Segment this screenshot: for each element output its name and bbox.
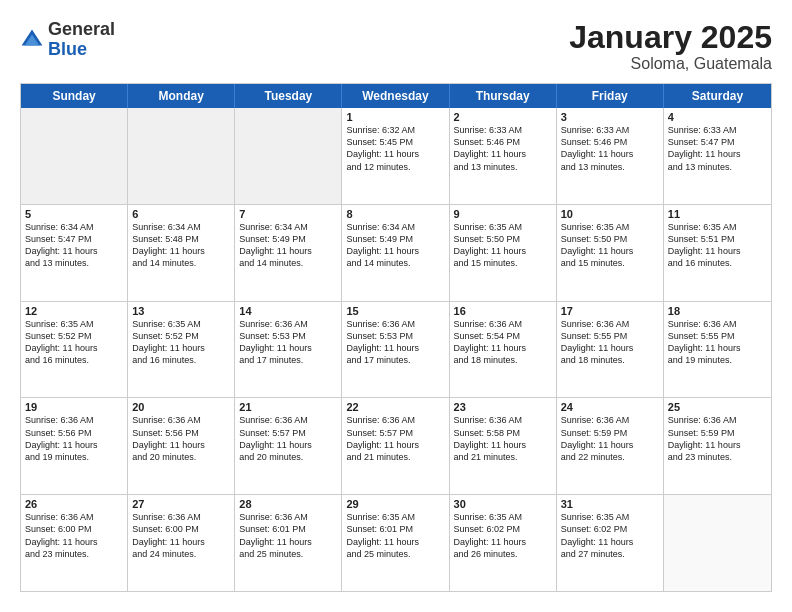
cal-cell-1-2: 7Sunrise: 6:34 AM Sunset: 5:49 PM Daylig… <box>235 205 342 301</box>
cal-row-4: 26Sunrise: 6:36 AM Sunset: 6:00 PM Dayli… <box>21 495 771 591</box>
cal-cell-2-3: 15Sunrise: 6:36 AM Sunset: 5:53 PM Dayli… <box>342 302 449 398</box>
cal-cell-0-3: 1Sunrise: 6:32 AM Sunset: 5:45 PM Daylig… <box>342 108 449 204</box>
cal-cell-3-2: 21Sunrise: 6:36 AM Sunset: 5:57 PM Dayli… <box>235 398 342 494</box>
cell-text: Sunrise: 6:36 AM Sunset: 5:58 PM Dayligh… <box>454 414 552 463</box>
cal-cell-1-3: 8Sunrise: 6:34 AM Sunset: 5:49 PM Daylig… <box>342 205 449 301</box>
cal-cell-4-5: 31Sunrise: 6:35 AM Sunset: 6:02 PM Dayli… <box>557 495 664 591</box>
day-number: 3 <box>561 111 659 123</box>
day-number: 19 <box>25 401 123 413</box>
day-number: 7 <box>239 208 337 220</box>
cell-text: Sunrise: 6:36 AM Sunset: 5:59 PM Dayligh… <box>668 414 767 463</box>
logo: General Blue <box>20 20 115 60</box>
cell-text: Sunrise: 6:34 AM Sunset: 5:47 PM Dayligh… <box>25 221 123 270</box>
cal-cell-4-4: 30Sunrise: 6:35 AM Sunset: 6:02 PM Dayli… <box>450 495 557 591</box>
cal-cell-3-3: 22Sunrise: 6:36 AM Sunset: 5:57 PM Dayli… <box>342 398 449 494</box>
cell-text: Sunrise: 6:36 AM Sunset: 5:57 PM Dayligh… <box>239 414 337 463</box>
cell-text: Sunrise: 6:32 AM Sunset: 5:45 PM Dayligh… <box>346 124 444 173</box>
cell-text: Sunrise: 6:36 AM Sunset: 6:01 PM Dayligh… <box>239 511 337 560</box>
day-number: 15 <box>346 305 444 317</box>
cal-cell-4-3: 29Sunrise: 6:35 AM Sunset: 6:01 PM Dayli… <box>342 495 449 591</box>
day-number: 16 <box>454 305 552 317</box>
day-number: 30 <box>454 498 552 510</box>
cal-cell-0-6: 4Sunrise: 6:33 AM Sunset: 5:47 PM Daylig… <box>664 108 771 204</box>
day-number: 2 <box>454 111 552 123</box>
cell-text: Sunrise: 6:36 AM Sunset: 5:56 PM Dayligh… <box>25 414 123 463</box>
day-number: 14 <box>239 305 337 317</box>
cell-text: Sunrise: 6:36 AM Sunset: 5:54 PM Dayligh… <box>454 318 552 367</box>
cal-cell-4-2: 28Sunrise: 6:36 AM Sunset: 6:01 PM Dayli… <box>235 495 342 591</box>
cell-text: Sunrise: 6:34 AM Sunset: 5:49 PM Dayligh… <box>346 221 444 270</box>
cell-text: Sunrise: 6:35 AM Sunset: 5:51 PM Dayligh… <box>668 221 767 270</box>
logo-text: General Blue <box>48 20 115 60</box>
cell-text: Sunrise: 6:35 AM Sunset: 5:52 PM Dayligh… <box>25 318 123 367</box>
cal-cell-0-1 <box>128 108 235 204</box>
day-number: 18 <box>668 305 767 317</box>
cell-text: Sunrise: 6:36 AM Sunset: 6:00 PM Dayligh… <box>25 511 123 560</box>
day-number: 12 <box>25 305 123 317</box>
cal-row-1: 5Sunrise: 6:34 AM Sunset: 5:47 PM Daylig… <box>21 205 771 302</box>
day-number: 4 <box>668 111 767 123</box>
header-saturday: Saturday <box>664 84 771 108</box>
cal-cell-3-6: 25Sunrise: 6:36 AM Sunset: 5:59 PM Dayli… <box>664 398 771 494</box>
cal-cell-2-2: 14Sunrise: 6:36 AM Sunset: 5:53 PM Dayli… <box>235 302 342 398</box>
cal-cell-0-0 <box>21 108 128 204</box>
cal-cell-0-4: 2Sunrise: 6:33 AM Sunset: 5:46 PM Daylig… <box>450 108 557 204</box>
page: General Blue January 2025 Soloma, Guatem… <box>0 0 792 612</box>
cell-text: Sunrise: 6:33 AM Sunset: 5:46 PM Dayligh… <box>561 124 659 173</box>
cell-text: Sunrise: 6:33 AM Sunset: 5:46 PM Dayligh… <box>454 124 552 173</box>
cell-text: Sunrise: 6:36 AM Sunset: 5:59 PM Dayligh… <box>561 414 659 463</box>
cal-row-2: 12Sunrise: 6:35 AM Sunset: 5:52 PM Dayli… <box>21 302 771 399</box>
cal-cell-2-0: 12Sunrise: 6:35 AM Sunset: 5:52 PM Dayli… <box>21 302 128 398</box>
day-number: 5 <box>25 208 123 220</box>
cal-cell-1-1: 6Sunrise: 6:34 AM Sunset: 5:48 PM Daylig… <box>128 205 235 301</box>
cell-text: Sunrise: 6:36 AM Sunset: 5:55 PM Dayligh… <box>668 318 767 367</box>
header-tuesday: Tuesday <box>235 84 342 108</box>
cell-text: Sunrise: 6:36 AM Sunset: 6:00 PM Dayligh… <box>132 511 230 560</box>
cal-cell-3-0: 19Sunrise: 6:36 AM Sunset: 5:56 PM Dayli… <box>21 398 128 494</box>
header-friday: Friday <box>557 84 664 108</box>
cal-row-3: 19Sunrise: 6:36 AM Sunset: 5:56 PM Dayli… <box>21 398 771 495</box>
cell-text: Sunrise: 6:35 AM Sunset: 5:50 PM Dayligh… <box>561 221 659 270</box>
cal-cell-2-1: 13Sunrise: 6:35 AM Sunset: 5:52 PM Dayli… <box>128 302 235 398</box>
cell-text: Sunrise: 6:33 AM Sunset: 5:47 PM Dayligh… <box>668 124 767 173</box>
logo-icon <box>20 28 44 52</box>
cal-cell-2-6: 18Sunrise: 6:36 AM Sunset: 5:55 PM Dayli… <box>664 302 771 398</box>
day-number: 13 <box>132 305 230 317</box>
cell-text: Sunrise: 6:35 AM Sunset: 6:02 PM Dayligh… <box>561 511 659 560</box>
day-number: 11 <box>668 208 767 220</box>
cell-text: Sunrise: 6:34 AM Sunset: 5:48 PM Dayligh… <box>132 221 230 270</box>
cell-text: Sunrise: 6:36 AM Sunset: 5:56 PM Dayligh… <box>132 414 230 463</box>
header-monday: Monday <box>128 84 235 108</box>
header: General Blue January 2025 Soloma, Guatem… <box>20 20 772 73</box>
cal-cell-4-1: 27Sunrise: 6:36 AM Sunset: 6:00 PM Dayli… <box>128 495 235 591</box>
day-number: 8 <box>346 208 444 220</box>
header-thursday: Thursday <box>450 84 557 108</box>
cell-text: Sunrise: 6:35 AM Sunset: 5:52 PM Dayligh… <box>132 318 230 367</box>
cal-cell-1-6: 11Sunrise: 6:35 AM Sunset: 5:51 PM Dayli… <box>664 205 771 301</box>
day-number: 25 <box>668 401 767 413</box>
cell-text: Sunrise: 6:34 AM Sunset: 5:49 PM Dayligh… <box>239 221 337 270</box>
day-number: 6 <box>132 208 230 220</box>
calendar-body: 1Sunrise: 6:32 AM Sunset: 5:45 PM Daylig… <box>21 108 771 591</box>
cal-cell-4-0: 26Sunrise: 6:36 AM Sunset: 6:00 PM Dayli… <box>21 495 128 591</box>
cal-cell-3-5: 24Sunrise: 6:36 AM Sunset: 5:59 PM Dayli… <box>557 398 664 494</box>
cal-cell-3-1: 20Sunrise: 6:36 AM Sunset: 5:56 PM Dayli… <box>128 398 235 494</box>
cal-cell-2-5: 17Sunrise: 6:36 AM Sunset: 5:55 PM Dayli… <box>557 302 664 398</box>
cal-cell-1-5: 10Sunrise: 6:35 AM Sunset: 5:50 PM Dayli… <box>557 205 664 301</box>
cell-text: Sunrise: 6:35 AM Sunset: 6:02 PM Dayligh… <box>454 511 552 560</box>
day-number: 22 <box>346 401 444 413</box>
day-number: 24 <box>561 401 659 413</box>
cell-text: Sunrise: 6:35 AM Sunset: 5:50 PM Dayligh… <box>454 221 552 270</box>
calendar-header: Sunday Monday Tuesday Wednesday Thursday… <box>21 84 771 108</box>
day-number: 20 <box>132 401 230 413</box>
day-number: 9 <box>454 208 552 220</box>
day-number: 21 <box>239 401 337 413</box>
day-number: 29 <box>346 498 444 510</box>
cal-row-0: 1Sunrise: 6:32 AM Sunset: 5:45 PM Daylig… <box>21 108 771 205</box>
cell-text: Sunrise: 6:36 AM Sunset: 5:57 PM Dayligh… <box>346 414 444 463</box>
cal-cell-2-4: 16Sunrise: 6:36 AM Sunset: 5:54 PM Dayli… <box>450 302 557 398</box>
cal-cell-4-6 <box>664 495 771 591</box>
title-block: January 2025 Soloma, Guatemala <box>569 20 772 73</box>
cal-cell-0-2 <box>235 108 342 204</box>
cell-text: Sunrise: 6:36 AM Sunset: 5:53 PM Dayligh… <box>346 318 444 367</box>
